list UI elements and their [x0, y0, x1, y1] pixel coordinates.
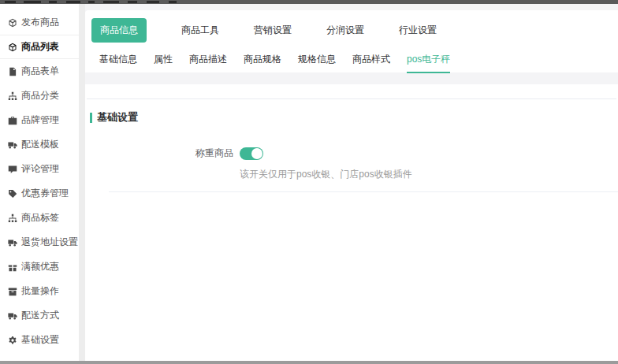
cube-icon	[8, 18, 17, 28]
weigh-product-toggle[interactable]	[240, 147, 263, 160]
sidebar-item-14[interactable]: 基础设置	[0, 328, 79, 352]
tag-icon	[8, 189, 17, 199]
truck-icon	[8, 238, 17, 247]
sidebar-scrollbar[interactable]	[79, 4, 85, 361]
briefcase-icon	[8, 116, 17, 125]
weigh-product-helper-text: 该开关仅用于pos收银、门店pos收银插件	[240, 168, 618, 181]
primary-tab-bar: 商品信息商品工具营销设置分润设置行业设置	[91, 18, 612, 43]
secondary-tab-2[interactable]: 属性	[154, 53, 173, 73]
sitemap-icon	[8, 214, 17, 223]
sidebar-item-2[interactable]: 商品列表	[0, 35, 79, 59]
sidebar-item-label: 优惠券管理	[21, 187, 69, 200]
section-accent-bar	[90, 113, 92, 123]
comment-icon	[8, 165, 17, 174]
primary-tab-1[interactable]: 商品信息	[91, 18, 147, 43]
sidebar-item-label: 品牌管理	[21, 113, 59, 127]
section-title: 基础设置	[90, 110, 618, 124]
truck-icon	[8, 311, 17, 321]
sidebar-item-3[interactable]: 商品表单	[0, 59, 79, 84]
sidebar-item-13[interactable]: 配送方式	[0, 303, 79, 328]
content-card: 基础设置 称重商品 该开关仅用于pos收银、门店pos收银插件	[85, 84, 618, 361]
cube-icon	[8, 43, 17, 52]
truck-icon	[8, 140, 17, 150]
secondary-tab-bar: 基础信息属性商品描述商品规格规格信息商品样式pos电子秤	[91, 53, 612, 73]
sidebar-item-label: 批量操作	[21, 284, 59, 298]
sidebar-item-6[interactable]: 配送模板	[0, 132, 79, 157]
sidebar-item-12[interactable]: 批量操作	[0, 279, 79, 303]
secondary-tab-7[interactable]: pos电子秤	[407, 53, 450, 73]
secondary-tab-4[interactable]: 商品规格	[244, 53, 281, 73]
sidebar: 发布商品商品列表商品表单商品分类品牌管理配送模板评论管理优惠券管理商品标签退货地…	[0, 4, 79, 361]
content-card-header	[87, 84, 616, 99]
sidebar-item-label: 评论管理	[21, 162, 59, 176]
toggle-knob	[251, 148, 262, 159]
secondary-tab-1[interactable]: 基础信息	[99, 53, 137, 73]
sidebar-item-8[interactable]: 优惠券管理	[0, 181, 79, 206]
secondary-tab-6[interactable]: 商品样式	[352, 53, 390, 73]
sitemap-icon	[8, 91, 17, 101]
primary-tab-4[interactable]: 分润设置	[326, 24, 364, 37]
box-icon	[8, 287, 17, 296]
primary-tab-2[interactable]: 商品工具	[181, 24, 219, 37]
admin-product-page: 发布商品商品列表商品表单商品分类品牌管理配送模板评论管理优惠券管理商品标签退货地…	[0, 0, 618, 364]
content-divider	[109, 191, 618, 192]
main-area: 商品信息商品工具营销设置分润设置行业设置 基础信息属性商品描述商品规格规格信息商…	[85, 4, 618, 361]
secondary-tab-3[interactable]: 商品描述	[189, 53, 227, 73]
sidebar-item-label: 商品表单	[21, 65, 59, 78]
sidebar-item-11[interactable]: 满额优惠	[0, 254, 79, 279]
sidebar-item-label: 退货地址设置	[21, 236, 78, 249]
sidebar-item-10[interactable]: 退货地址设置	[0, 230, 79, 254]
weigh-product-form-item: 称重商品	[85, 147, 618, 160]
file-icon	[8, 67, 17, 76]
sidebar-item-9[interactable]: 商品标签	[0, 206, 79, 230]
primary-tab-3[interactable]: 营销设置	[254, 24, 292, 37]
sidebar-item-label: 基础设置	[21, 333, 59, 347]
gift-icon	[8, 262, 17, 272]
weigh-product-label: 称重商品	[85, 147, 240, 160]
sidebar-item-label: 发布商品	[21, 16, 59, 29]
sidebar-item-7[interactable]: 评论管理	[0, 157, 79, 181]
sidebar-item-label: 配送模板	[21, 138, 59, 151]
sidebar-item-5[interactable]: 品牌管理	[0, 108, 79, 132]
cropped-browser-bottom-strip	[0, 361, 618, 364]
sidebar-item-label: 商品标签	[21, 211, 59, 225]
section-title-text: 基础设置	[97, 110, 138, 124]
sidebar-item-label: 商品列表	[21, 40, 59, 54]
sidebar-item-label: 配送方式	[21, 309, 59, 322]
secondary-tab-5[interactable]: 规格信息	[298, 53, 336, 73]
sidebar-item-1[interactable]: 发布商品	[0, 10, 79, 35]
sidebar-item-label: 商品分类	[21, 89, 59, 102]
cropped-browser-top-strip	[0, 0, 618, 4]
primary-tab-5[interactable]: 行业设置	[399, 24, 437, 37]
sidebar-item-label: 满额优惠	[21, 260, 59, 273]
tabs-card: 商品信息商品工具营销设置分润设置行业设置 基础信息属性商品描述商品规格规格信息商…	[85, 10, 618, 72]
sidebar-item-4[interactable]: 商品分类	[0, 84, 79, 108]
gear-icon	[8, 336, 17, 345]
